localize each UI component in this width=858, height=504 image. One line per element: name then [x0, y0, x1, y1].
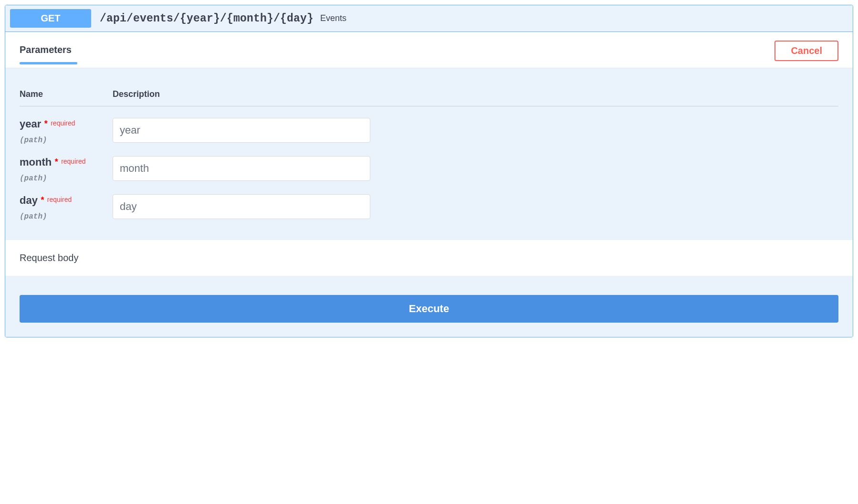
required-label: required — [61, 158, 85, 165]
param-name-day: day — [20, 194, 38, 206]
param-name-year: year — [20, 118, 41, 130]
param-input-month[interactable] — [113, 156, 370, 181]
required-star-icon: * — [44, 119, 48, 128]
param-input-year[interactable] — [113, 118, 370, 143]
execute-button[interactable]: Execute — [20, 295, 838, 323]
parameters-table: Name Description year * required (path) — [20, 83, 838, 221]
cancel-button[interactable]: Cancel — [774, 41, 838, 61]
required-star-icon: * — [41, 195, 44, 205]
param-input-day[interactable] — [113, 194, 370, 219]
operation-block: GET /api/events/{year}/{month}/{day} Eve… — [5, 5, 853, 337]
parameters-body: Name Description year * required (path) — [5, 68, 853, 240]
param-row-year: year * required (path) — [20, 106, 838, 145]
required-label: required — [47, 196, 72, 203]
required-star-icon: * — [55, 157, 58, 167]
operation-summary[interactable]: GET /api/events/{year}/{month}/{day} Eve… — [5, 5, 853, 32]
col-header-description: Description — [113, 83, 838, 106]
operation-path: /api/events/{year}/{month}/{day} — [100, 12, 314, 25]
request-body-label: Request body — [20, 252, 78, 263]
param-in-day: (path) — [20, 212, 113, 221]
parameters-tabs: Parameters — [20, 44, 72, 64]
tab-parameters[interactable]: Parameters — [20, 44, 72, 64]
param-row-day: day * required (path) — [20, 183, 838, 221]
param-row-month: month * required (path) — [20, 145, 838, 183]
param-in-month: (path) — [20, 174, 113, 183]
http-method-badge: GET — [10, 9, 91, 28]
operation-summary-text: Events — [320, 13, 346, 23]
request-body-section: Request body — [5, 240, 853, 276]
execute-wrapper: Execute — [5, 276, 853, 337]
col-header-name: Name — [20, 83, 113, 106]
parameters-header: Parameters Cancel — [5, 32, 853, 68]
param-name-month: month — [20, 156, 52, 168]
required-label: required — [51, 119, 75, 127]
param-in-year: (path) — [20, 136, 113, 145]
